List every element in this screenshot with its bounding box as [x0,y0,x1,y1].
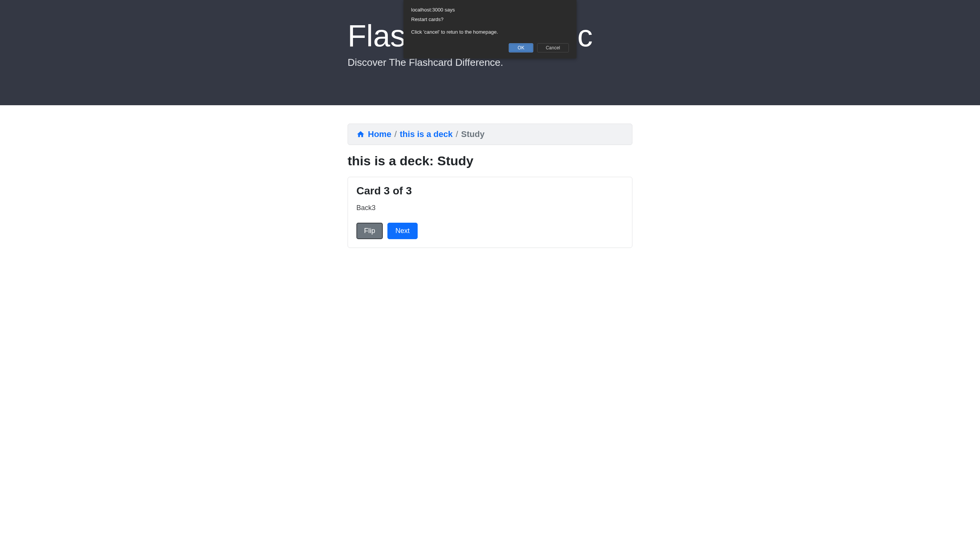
dialog-cancel-button[interactable]: Cancel [537,43,569,52]
flip-button[interactable]: Flip [356,223,383,239]
breadcrumb-home-label: Home [368,129,391,139]
breadcrumb-deck-link[interactable]: this is a deck [400,129,452,139]
dialog-origin: localhost:3000 says [411,7,569,13]
breadcrumb-home-link[interactable]: Home [356,129,391,139]
card-button-row: Flip Next [356,223,624,239]
home-icon [356,130,365,139]
dialog-message-2: Click 'cancel' to retun to the homepage. [411,29,569,35]
breadcrumb: Home / this is a deck / Study [348,124,632,145]
study-card: Card 3 of 3 Back3 Flip Next [348,177,632,248]
dialog-button-row: OK Cancel [411,43,569,52]
confirm-dialog: localhost:3000 says Restart cards? Click… [403,0,577,59]
card-content: Back3 [356,204,624,212]
page-title: this is a deck: Study [348,153,632,168]
card-counter: Card 3 of 3 [356,185,624,197]
dialog-ok-button[interactable]: OK [509,43,533,52]
breadcrumb-current: Study [461,129,485,139]
breadcrumb-separator: / [456,129,458,139]
breadcrumb-separator: / [394,129,397,139]
dialog-message-1: Restart cards? [411,16,569,22]
next-button[interactable]: Next [387,223,418,239]
